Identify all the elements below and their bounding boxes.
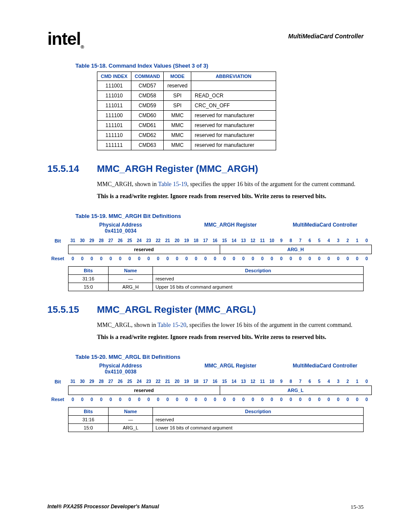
table-19-ref[interactable]: Table 15-19 [158, 181, 187, 187]
section-14-heading: 15.5.14 MMC_ARGH Register (MMC_ARGH) [47, 163, 364, 174]
table-20-ref[interactable]: Table 15-20 [158, 322, 187, 328]
table-row: 111010CMD58SPIREAD_OCR [97, 91, 276, 101]
section-15-num: 15.5.15 [47, 304, 97, 315]
reset-label: Reset [47, 254, 68, 263]
table-row: 111111CMD63MMCreserved for manufacturer [97, 140, 276, 150]
table-row: 15:0ARG_LLower 16 bits of command argume… [68, 423, 364, 432]
table20-caption: Table 15-20. MMC_ARGL Bit Definitions [75, 354, 364, 360]
section-15-heading: 15.5.15 MMC_ARGL Register (MMC_ARGL) [47, 304, 364, 315]
table-row: 111101CMD61MMCreserved for manufacturer [97, 121, 276, 131]
reg20-phys: Physical Address 0x4110_0038 [67, 363, 174, 375]
page-header: intel® MultiMediaCard Controller [47, 30, 364, 50]
reg20-header: Physical Address 0x4110_0038 MMC_ARGL Re… [67, 363, 364, 375]
reserved-field: reserved [68, 386, 220, 395]
bit-label: Bit [47, 236, 68, 245]
table-row: 31:16—reserved [68, 415, 364, 423]
table-row: 31:16—reserved [68, 274, 364, 283]
reg19-field-table: Bits Name Description 31:16—reserved15:0… [68, 266, 364, 291]
section-14-num: 15.5.14 [47, 163, 97, 174]
section-15-title: MMC_ARGL Register (MMC_ARGL) [97, 304, 256, 315]
intel-logo: intel® [47, 30, 84, 50]
reg20-bitgrid: Bit3130292827262524232221201918171615141… [47, 377, 364, 404]
page: intel® MultiMediaCard Controller Table 1… [0, 0, 411, 532]
chapter-title: MultiMediaCard Controller [288, 30, 364, 40]
reg19-bitgrid: Bit3130292827262524232221201918171615141… [47, 236, 364, 263]
arg-field: ARG_H [220, 245, 371, 254]
reg20-name: MMC_ARGL Register [174, 363, 286, 375]
th-command: COMMAND [131, 72, 164, 81]
th-mode: MODE [164, 72, 191, 81]
table19-caption: Table 15-19. MMC_ARGH Bit Definitions [75, 213, 364, 219]
section-14-title: MMC_ARGH Register (MMC_ARGH) [97, 163, 258, 174]
registered-icon: ® [81, 44, 84, 50]
th-cmd-index: CMD INDEX [97, 72, 131, 81]
footer-manual-title: Intel® PXA255 Processor Developer's Manu… [47, 504, 159, 510]
reg20-field-table: Bits Name Description 31:16—reserved15:0… [68, 407, 364, 432]
section-14-para: MMC_ARGH, shown in Table 15-19, specifie… [97, 180, 364, 189]
table-row: 111001CMD57reserved [97, 81, 276, 91]
table-row: 111011CMD59SPICRC_ON_OFF [97, 101, 276, 111]
table-row: 111110CMD62MMCreserved for manufacturer [97, 131, 276, 140]
th-abbrev: ABBREVIATION [191, 72, 276, 81]
reg19-header: Physical Address 0x4110_0034 MMC_ARGH Re… [67, 222, 364, 234]
footer-page-number: 15-35 [351, 504, 364, 510]
section-15-note: This is a read/write register. Ignore re… [97, 334, 364, 341]
reserved-field: reserved [68, 245, 220, 254]
table-row: 111100CMD60MMCreserved for manufacturer [97, 111, 276, 121]
section-14-note: This is a read/write register. Ignore re… [97, 193, 364, 200]
command-index-table: CMD INDEX COMMAND MODE ABBREVIATION 1110… [97, 72, 276, 150]
reg20-ctrl: MultiMediaCard Controller [286, 363, 364, 375]
reg19-name: MMC_ARGH Register [174, 222, 286, 234]
page-footer: Intel® PXA255 Processor Developer's Manu… [47, 504, 364, 510]
reg19-ctrl: MultiMediaCard Controller [286, 222, 364, 234]
section-15-para: MMC_ARGL, shown in Table 15-20, specifie… [97, 321, 364, 330]
reg19-phys: Physical Address 0x4110_0034 [67, 222, 174, 234]
logo-text: intel [47, 29, 81, 48]
table18-caption: Table 15-18. Command Index Values (Sheet… [75, 62, 364, 69]
table-row: 15:0ARG_HUpper 16 bits of command argume… [68, 283, 364, 291]
arg-field: ARG_L [220, 386, 371, 395]
